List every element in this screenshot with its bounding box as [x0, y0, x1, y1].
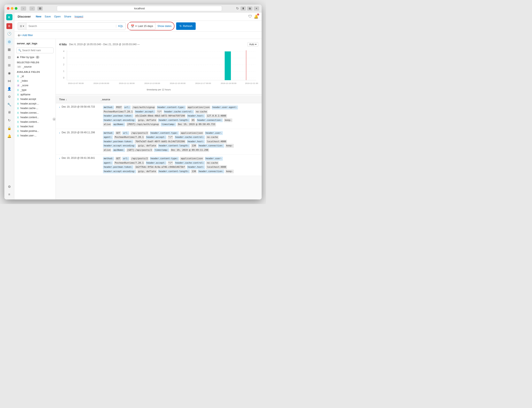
field-header-accept-enc[interactable]: t header.accept-...: [14, 101, 56, 106]
field-type-item[interactable]: t _type: [14, 88, 56, 92]
close-button[interactable]: [7, 7, 9, 10]
index-title: server_api_logs: [14, 41, 56, 47]
minimize-button[interactable]: [11, 7, 13, 10]
source-token: header.accept:: [134, 110, 155, 114]
row-header[interactable]: › Dec 19, 2019 @ 09:49:11.298 method: GE…: [56, 129, 262, 154]
field-header-content1[interactable]: t header.content...: [14, 115, 56, 120]
expand-icon[interactable]: ›: [59, 131, 60, 134]
maximize-button[interactable]: [15, 7, 17, 10]
nav-new[interactable]: New: [36, 15, 41, 18]
source-token: header.host:: [187, 140, 205, 144]
tab-button[interactable]: ⧉: [247, 6, 253, 11]
tools-icon[interactable]: 🔧: [6, 101, 13, 108]
field-index[interactable]: t _index: [14, 79, 56, 83]
nav-share[interactable]: Share: [64, 15, 71, 18]
address-bar[interactable]: localhost: [57, 6, 222, 11]
back-button[interactable]: ‹: [21, 6, 26, 11]
kql-label[interactable]: KQL: [116, 25, 125, 28]
map-icon[interactable]: ◉: [6, 70, 13, 76]
field-score[interactable]: # _score: [14, 83, 56, 88]
field-header-accept[interactable]: t header.accept: [14, 97, 56, 101]
field-type-icon: t: [17, 89, 19, 91]
source-token: application/json: [187, 106, 211, 110]
clock-icon[interactable]: 🕐: [6, 30, 13, 37]
field-header-user[interactable]: t header.user-...: [14, 133, 56, 138]
share-button[interactable]: ⬆: [240, 6, 246, 11]
filter-by-type-row[interactable]: ⊕ Filter by type 0: [14, 55, 56, 60]
field-search-input[interactable]: [22, 49, 53, 52]
field-name: apiName: [20, 93, 30, 96]
search-type-button[interactable]: ⊟ ▾: [18, 23, 26, 30]
nav-open[interactable]: Open: [54, 15, 61, 18]
svg-text:2019-12-11 00:00: 2019-12-11 00:00: [119, 82, 135, 84]
shield-icon[interactable]: 🛡: [248, 14, 252, 19]
forward-button[interactable]: ›: [29, 6, 35, 11]
refresh-button[interactable]: ↻ Refresh: [176, 22, 196, 30]
lock-icon[interactable]: 🔒: [6, 125, 13, 131]
source-token: header.user-: [205, 157, 223, 161]
field-apiname[interactable]: t apiName: [14, 92, 56, 97]
new-tab-button[interactable]: +: [254, 6, 259, 11]
source-token: header.accept-encoding:: [103, 144, 136, 148]
source-token: agent:: [103, 135, 113, 139]
field-header-content2[interactable]: t header.content...: [14, 120, 56, 124]
main-content: server_api_logs 🔍 ⊕ Filter by type 0 Sel…: [14, 39, 262, 199]
table-header: Time ↓ _source: [56, 96, 262, 103]
source-token: [GET]-/api/posts/2: [126, 148, 153, 152]
add-filter-button[interactable]: + Add filter: [20, 34, 33, 37]
loop-icon[interactable]: ↻: [6, 117, 13, 124]
bell-icon[interactable]: 🔔 !: [254, 14, 258, 19]
monitor-icon[interactable]: 🖥: [6, 109, 13, 116]
source-token: localhost:4000: [206, 165, 227, 169]
nav-save[interactable]: Save: [45, 15, 51, 18]
source-token: 130: [191, 170, 197, 174]
source-token: header.postman-token:: [103, 165, 133, 169]
expand-icon[interactable]: ›: [59, 157, 60, 160]
grid-icon[interactable]: ⊞: [6, 62, 13, 68]
source-token: header.postman-token:: [103, 140, 133, 144]
field-id[interactable]: t _id: [14, 74, 56, 79]
field-header-cache[interactable]: t header.cache-...: [14, 106, 56, 110]
svg-text:3: 3: [63, 57, 64, 59]
row-time: Dec 19, 2019 @ 09:49:11.298: [62, 131, 101, 134]
user-avatar[interactable]: D: [6, 23, 12, 29]
sidebar-toggle-button[interactable]: ⊟: [37, 6, 43, 11]
sidebar-search[interactable]: 🔍: [16, 47, 53, 53]
field-type-icon: t: [17, 125, 19, 128]
source-token: header.user-agent:: [212, 106, 238, 110]
row-header[interactable]: › Dec 19, 2019 @ 09:41:36.841 method: GE…: [56, 154, 262, 176]
date-picker[interactable]: 📅 ▾ Last 15 days: [128, 23, 155, 30]
alert-icon[interactable]: 🔔: [6, 133, 13, 139]
reload-button[interactable]: ↻: [236, 6, 239, 10]
graph-icon[interactable]: ⋈: [6, 77, 13, 84]
svg-text:4: 4: [63, 50, 64, 52]
sidebar-collapse-button[interactable]: ‹: [52, 118, 56, 121]
date-range-container[interactable]: 📅 ▾ Last 15 days Show dates: [127, 22, 174, 30]
field-type-icon: t: [17, 107, 19, 110]
chart-range: Dec 6, 2019 @ 16:05:03.040 - Dec 21, 201…: [69, 43, 140, 46]
chevron-down-icon: ▾: [23, 25, 24, 28]
person-icon[interactable]: 👤: [6, 85, 13, 92]
svg-text:2019-12-21 00:00: 2019-12-21 00:00: [245, 82, 258, 84]
svg-text:2019-12-07 00:00: 2019-12-07 00:00: [68, 82, 84, 84]
source-token: Dec 19, 2019 @ 09:58:49.733: [177, 123, 216, 127]
auto-select-dropdown[interactable]: Auto ▾: [247, 42, 258, 46]
source-token: agent:: [103, 161, 113, 165]
field-header-postman[interactable]: t header.postma...: [14, 129, 56, 133]
chart-icon[interactable]: ▦: [6, 46, 13, 53]
expand-icon[interactable]: ›: [59, 106, 60, 109]
source-token: gzip, deflate: [137, 118, 157, 122]
search-input[interactable]: [26, 25, 116, 28]
field-header-connec[interactable]: t header.connec...: [14, 110, 56, 115]
gear-icon[interactable]: ⚙: [6, 183, 13, 190]
dev-icon[interactable]: ⚙: [6, 93, 13, 100]
list-icon[interactable]: ≡: [6, 191, 13, 198]
source-token: header.cache-control:: [164, 110, 194, 114]
nav-inspect[interactable]: Inspect: [74, 15, 83, 18]
time-column-header[interactable]: Time ↓: [59, 98, 101, 101]
layers-icon[interactable]: ⊟: [6, 54, 13, 60]
compass-icon[interactable]: ◎: [6, 38, 13, 45]
field-header-host[interactable]: t header.host: [14, 124, 56, 129]
show-dates-button[interactable]: Show dates: [156, 25, 173, 28]
row-header[interactable]: › Dec 19, 2019 @ 09:58:49.733 method: PO…: [56, 103, 262, 129]
